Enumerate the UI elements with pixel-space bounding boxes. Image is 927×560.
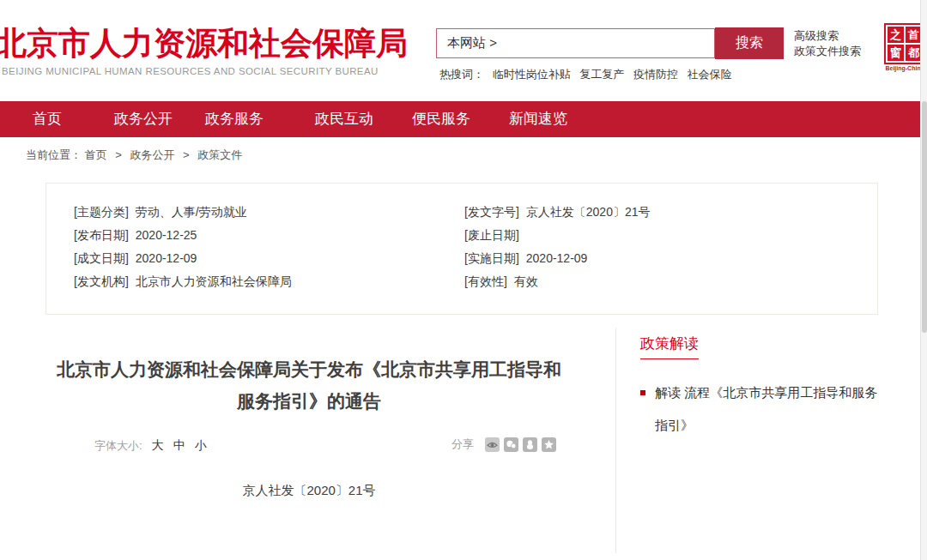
hot-word-link[interactable]: 社会保险 (688, 68, 732, 81)
meta-column-left: [主题分类]劳动、人事/劳动就业 [发布日期]2020-12-25 [成文日期]… (74, 201, 292, 293)
sidebar-title: 政策解读 (640, 334, 699, 359)
nav-item-interaction[interactable]: 政民互动 (315, 101, 373, 137)
sidebar-interpretation-link[interactable]: 解读 流程《北京市共享用工指导和服务指引》 (640, 376, 885, 442)
meta-value: 2020-12-09 (136, 251, 197, 265)
qq-share-icon[interactable] (523, 437, 537, 452)
page: 北京市人力资源和社会保障局 BEIJING MUNICIPAL HUMAN RE… (0, 0, 927, 560)
meta-value: 2020-12-09 (526, 251, 588, 265)
meta-label: [发文机构] (74, 274, 129, 288)
seal-char: 之 (888, 27, 904, 43)
meta-column-right: [发文字号]京人社发〔2020〕21号 [废止日期] [实施日期]2020-12… (464, 201, 651, 293)
nav-item-gov-disclosure[interactable]: 政务公开 (114, 101, 173, 137)
page-scrollbar[interactable] (920, 0, 927, 560)
article-tools-row: 字体大小:大中小 分享 (45, 437, 603, 457)
meta-value: 2020-12-25 (136, 228, 197, 242)
font-size-medium-button[interactable]: 中 (173, 438, 185, 452)
meta-label: [发文字号] (464, 205, 519, 219)
article-title: 北京市人力资源和社会保障局关于发布《北京市共享用工指导和服务指引》的通告 (52, 353, 566, 417)
search-button[interactable]: 搜索 (715, 27, 784, 59)
meta-row-repeal-date: [废止日期] (464, 224, 651, 247)
font-size-large-button[interactable]: 大 (152, 438, 164, 452)
site-logo-subtitle: BEIJING MUNICIPAL HUMAN RESOURCES AND SO… (2, 66, 379, 76)
meta-label: [成文日期] (74, 251, 129, 265)
nav-item-home[interactable]: 首页 (33, 101, 62, 137)
nav-item-convenience[interactable]: 便民服务 (412, 101, 470, 137)
meta-label: [发布日期] (74, 228, 129, 242)
scrollbar-thumb[interactable] (922, 101, 927, 333)
meta-row-validity: [有效性]有效 (464, 270, 651, 293)
site-logo-title: 北京市人力资源和社会保障局 (0, 22, 408, 65)
meta-row-publish-date: [发布日期]2020-12-25 (74, 224, 292, 247)
breadcrumb-label: 当前位置： (26, 148, 82, 161)
breadcrumb-policy-files[interactable]: 政策文件 (197, 148, 242, 161)
hot-words-label: 热搜词： (439, 68, 484, 81)
meta-row-doc-number: [发文字号]京人社发〔2020〕21号 (464, 201, 651, 224)
meta-value: 京人社发〔2020〕21号 (526, 205, 651, 219)
policy-interpretation-sidebar: 政策解读 解读 流程《北京市共享用工指导和服务指引》 (615, 328, 920, 553)
meta-label: [有效性] (464, 274, 507, 288)
font-size-small-button[interactable]: 小 (195, 438, 207, 452)
capital-window-seal-icon: 之 首 窗 都 (884, 23, 925, 64)
meta-label: [废止日期] (464, 228, 519, 242)
weibo-share-icon[interactable] (485, 437, 500, 452)
breadcrumb-separator: > (115, 148, 122, 161)
meta-row-issuing-agency: [发文机构]北京市人力资源和社会保障局 (74, 270, 292, 293)
bullet-icon (640, 390, 645, 395)
seal-char: 窗 (888, 45, 904, 61)
policy-file-search-link[interactable]: 政策文件搜索 (794, 44, 861, 59)
nav-item-gov-services[interactable]: 政务服务 (205, 101, 264, 137)
site-header: 北京市人力资源和社会保障局 BEIJING MUNICIPAL HUMAN RE… (0, 0, 927, 101)
qzone-share-icon[interactable] (542, 437, 556, 452)
breadcrumb-home[interactable]: 首页 (85, 148, 107, 161)
meta-value: 北京市人力资源和社会保障局 (136, 274, 292, 288)
share-control: 分享 (451, 437, 556, 452)
hot-word-link[interactable]: 临时性岗位补贴 (493, 68, 571, 81)
breadcrumb-separator: > (183, 148, 190, 161)
meta-row-written-date: [成文日期]2020-12-09 (74, 247, 292, 270)
nav-item-news[interactable]: 新闻速览 (509, 101, 567, 137)
font-size-control: 字体大小:大中小 (94, 437, 207, 455)
article-doc-number: 京人社发〔2020〕21号 (52, 483, 566, 499)
meta-value: 有效 (514, 274, 538, 288)
breadcrumb-gov-disclosure[interactable]: 政务公开 (130, 148, 174, 161)
search-links: 高级搜索 政策文件搜索 (794, 28, 861, 59)
search-input[interactable] (436, 28, 715, 58)
meta-label: [实施日期] (464, 251, 519, 265)
advanced-search-link[interactable]: 高级搜索 (794, 28, 861, 44)
hot-word-link[interactable]: 复工复产 (579, 68, 624, 81)
main-nav: 首页 政务公开 政务服务 政民互动 便民服务 新闻速览 (0, 101, 927, 137)
meta-label: [主题分类] (74, 205, 129, 219)
document-meta-box: [主题分类]劳动、人事/劳动就业 [发布日期]2020-12-25 [成文日期]… (45, 183, 878, 315)
wechat-share-icon[interactable] (504, 437, 518, 452)
font-size-label: 字体大小: (94, 439, 142, 452)
meta-value: 劳动、人事/劳动就业 (136, 205, 247, 219)
hot-search-words: 热搜词： 临时性岗位补贴 复工复产 疫情防控 社会保险 (439, 67, 738, 82)
capital-window-caption: Beijing-China (884, 65, 925, 71)
capital-window-logo[interactable]: 之 首 窗 都 Beijing-China (884, 23, 925, 71)
share-label: 分享 (451, 437, 474, 452)
breadcrumb: 当前位置： 首页 > 政务公开 > 政策文件 (26, 148, 242, 163)
meta-row-effective-date: [实施日期]2020-12-09 (464, 247, 651, 270)
meta-row-topic: [主题分类]劳动、人事/劳动就业 (74, 201, 292, 224)
hot-word-link[interactable]: 疫情防控 (633, 68, 678, 81)
sidebar-item-label: 解读 流程《北京市共享用工指导和服务指引》 (655, 385, 877, 432)
